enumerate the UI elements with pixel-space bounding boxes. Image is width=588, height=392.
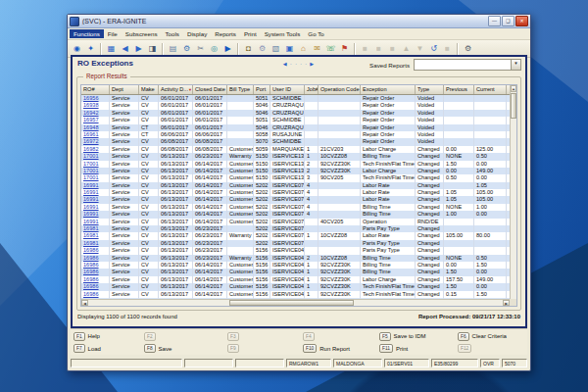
ro-number-link[interactable]: 16938 — [83, 102, 99, 108]
table-row[interactable]: 16942ServiceCV06/01/201706/01/20175046CR… — [81, 110, 510, 117]
close-button[interactable]: ✕ — [515, 16, 528, 26]
column-header-make[interactable]: Make — [139, 85, 159, 94]
table-row[interactable]: 16982ServiceCV06/08/201706/08/2017Custom… — [81, 146, 510, 153]
ro-number-link[interactable]: 16981 — [83, 225, 99, 231]
table-row[interactable]: 16986ServiceCV06/13/201706/14/2017Custom… — [81, 291, 510, 298]
play-icon[interactable]: ▶ — [221, 42, 234, 55]
ro-number-link[interactable]: 16981 — [83, 240, 99, 246]
horizontal-scrollbar[interactable]: ◀ ▶ — [81, 299, 510, 306]
menu-item-subscreens[interactable]: Subscreens — [122, 29, 162, 38]
search-doc-icon[interactable]: ▧ — [270, 42, 282, 55]
title-bar[interactable]: (SVC) - ERA-IGNITE — ❑ ✕ — [68, 15, 530, 28]
table-row[interactable]: 16991ServiceCV06/13/201706/14/2017Custom… — [81, 196, 510, 203]
pager-next-icon[interactable]: ▶ — [310, 61, 315, 67]
function-key-f1[interactable]: F1Help — [74, 330, 144, 343]
menu-item-go-to[interactable]: Go To — [304, 29, 327, 38]
camera-icon[interactable]: ◘ — [242, 42, 255, 55]
table-row[interactable]: 16981ServiceCV06/13/201706/23/20175202IS… — [81, 240, 510, 247]
ro-number-link[interactable]: 16972 — [83, 138, 99, 144]
column-header-dept[interactable]: Dept — [110, 85, 139, 94]
saved-reports-input[interactable] — [415, 60, 511, 70]
menu-item-system-tools[interactable]: System Tools — [261, 29, 305, 38]
ro-number-link[interactable]: 16991 — [83, 204, 99, 210]
function-key-f4[interactable]: F4 — [303, 330, 379, 343]
horizontal-scroll-thumb[interactable] — [229, 300, 354, 306]
ro-number-link[interactable]: 16991 — [83, 182, 99, 188]
undo-icon[interactable]: ↺ — [427, 42, 440, 55]
menu-item-file[interactable]: File — [104, 29, 122, 38]
table-row[interactable]: 16957ServiceCV06/01/201706/01/20175051SC… — [81, 117, 510, 123]
scroll-left-icon[interactable]: ◀ — [81, 300, 88, 306]
scroll-up-icon[interactable]: ▲ — [511, 85, 516, 92]
function-key-f6[interactable]: F6Clear Criteria — [458, 330, 527, 343]
table-row[interactable]: 16991ServiceCV06/13/201706/14/2017Custom… — [81, 204, 510, 211]
column-header-closed-date[interactable]: Closed Date — [193, 85, 227, 94]
document-icon[interactable]: ▤ — [167, 42, 179, 55]
ro-number-link[interactable]: 16986 — [83, 262, 99, 268]
function-key-f9[interactable]: F9 — [227, 343, 303, 356]
menu-item-functions[interactable]: Functions — [70, 29, 104, 38]
mail-icon[interactable]: ✉ — [311, 42, 323, 55]
ro-number-link[interactable]: 16942 — [83, 110, 99, 116]
menu-item-reports[interactable]: Reports — [211, 29, 240, 38]
table-row[interactable]: 16938ServiceCV06/01/201706/01/20175046CR… — [81, 102, 510, 109]
chevron-down-icon[interactable]: ▼ — [511, 60, 520, 70]
ro-number-link[interactable]: 17001 — [83, 174, 99, 180]
vertical-scroll-thumb[interactable] — [511, 93, 516, 119]
compass-icon[interactable]: ✦ — [84, 42, 97, 55]
menu-item-print[interactable]: Print — [240, 29, 261, 38]
maximize-button[interactable]: ❑ — [502, 16, 514, 26]
minimize-button[interactable]: — — [488, 16, 501, 26]
view-icon[interactable]: ◎ — [208, 42, 220, 55]
ro-number-link[interactable]: 17001 — [83, 153, 99, 159]
column-header-type[interactable]: Type — [416, 85, 444, 94]
column-header-operation-code[interactable]: Operation Code — [318, 85, 361, 94]
vertical-scrollbar[interactable]: ▲ — [510, 85, 516, 299]
table-row[interactable]: 16986ServiceCV06/13/201706/14/2017Custom… — [81, 276, 510, 283]
scroll-right-icon[interactable]: ▶ — [503, 300, 510, 306]
ro-number-link[interactable]: 16956 — [83, 95, 99, 101]
function-key-f5[interactable]: F5Save to IDM — [379, 330, 458, 343]
table-row[interactable]: 16991ServiceCV06/13/201706/14/2017Custom… — [81, 182, 510, 189]
table-row[interactable]: 16986ServiceCV06/13/201706/23/20175156IS… — [81, 247, 510, 254]
column-header-user-id[interactable]: User ID — [270, 85, 305, 94]
save-icon[interactable]: ▦ — [105, 42, 118, 55]
column-header-previous[interactable]: Previous — [444, 85, 474, 94]
ro-number-link[interactable]: 16986 — [83, 255, 99, 261]
column-header-bill-type[interactable]: Bill Type — [227, 85, 254, 94]
ro-number-link[interactable]: 16981 — [83, 232, 99, 238]
phone-icon[interactable]: ☏ — [324, 42, 337, 55]
tools-icon[interactable]: ⚙ — [462, 42, 474, 55]
column-header-activity-d-[interactable]: Activity D...▼▲ — [159, 85, 193, 94]
table-row[interactable]: 16961ServiceCT06/06/201706/06/20175058RU… — [81, 131, 510, 138]
table-row[interactable]: 16991ServiceCV06/13/201706/14/2017Custom… — [81, 211, 510, 218]
cut-icon[interactable]: ✂ — [194, 42, 207, 55]
table-row[interactable]: 17001ServiceCV06/13/201706/23/2017Warran… — [81, 153, 510, 160]
monitor-icon[interactable]: ▣ — [283, 42, 296, 55]
table-row[interactable]: 16981ServiceCV06/13/201706/23/20175202IS… — [81, 225, 510, 232]
column-header-current[interactable]: Current — [474, 85, 507, 94]
table-row[interactable]: 17001ServiceCV06/13/201706/14/2017Custom… — [81, 174, 510, 181]
table-row[interactable]: 16986ServiceCV06/13/201706/14/2017Custom… — [81, 262, 510, 269]
ro-number-link[interactable]: 16991 — [83, 211, 99, 217]
gear-doc-icon[interactable]: ⚙ — [256, 42, 269, 55]
ro-number-link[interactable]: 16957 — [83, 117, 99, 122]
column-header-ro-[interactable]: RO# — [81, 85, 110, 94]
column-header-port[interactable]: Port — [254, 85, 270, 94]
ro-number-link[interactable]: 17001 — [83, 161, 99, 167]
ro-number-link[interactable]: 16986 — [83, 291, 99, 297]
function-key-f3[interactable]: F3 — [227, 330, 303, 343]
table-row[interactable]: 17001ServiceCV06/13/201706/14/2017Custom… — [81, 161, 510, 168]
function-key-f10[interactable]: F10Run Report — [303, 343, 379, 356]
pager-prev-icon[interactable]: ◀ — [283, 61, 288, 67]
ro-number-link[interactable]: 16986 — [83, 247, 99, 253]
ro-number-link[interactable]: 16986 — [83, 283, 99, 289]
ro-number-link[interactable]: 16991 — [83, 219, 99, 224]
table-row[interactable]: 16991ServiceCV06/13/201706/14/2017Custom… — [81, 189, 510, 196]
column-header-exception[interactable]: Exception — [361, 85, 416, 94]
exit-door-icon[interactable]: ◨ — [146, 42, 159, 55]
ro-number-link[interactable]: 16982 — [83, 146, 99, 152]
table-row[interactable]: 16948ServiceCT06/01/201706/01/20175046CR… — [81, 124, 510, 131]
settings-icon[interactable]: ⚙ — [180, 42, 193, 55]
table-row[interactable]: 16986ServiceCV06/13/201706/14/2017Custom… — [81, 283, 510, 290]
